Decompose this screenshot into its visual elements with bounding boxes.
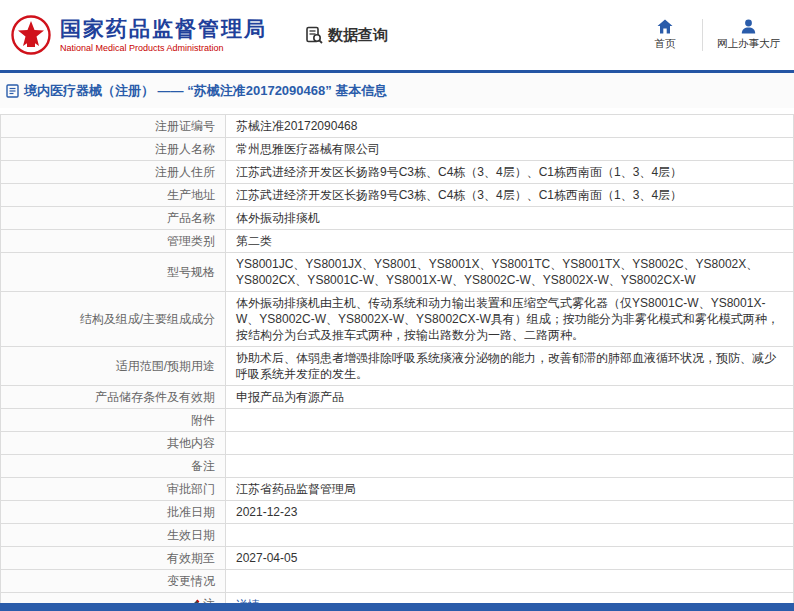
field-label: 注册人住所: [1, 161, 226, 184]
field-value: [226, 524, 794, 547]
field-label: 适用范围/预期用途: [1, 347, 226, 386]
table-row: 注册人名称 常州思雅医疗器械有限公司: [1, 138, 794, 161]
field-value: 常州思雅医疗器械有限公司: [226, 138, 794, 161]
data-query-label: 数据查询: [328, 26, 388, 45]
field-value: 协助术后、体弱患者增强排除呼吸系统痰液分泌物的能力，改善郁滞的肺部血液循环状况，…: [226, 347, 794, 386]
field-value: 2027-04-05: [226, 547, 794, 570]
site-subtitle: National Medical Products Administration: [60, 43, 267, 53]
table-row: 注册证编号 苏械注准20172090468: [1, 115, 794, 138]
field-label: 产品名称: [1, 207, 226, 230]
site-title-block: 国家药品监督管理局 National Medical Products Admi…: [60, 17, 267, 53]
table-row: 产品储存条件及有效期 申报产品为有源产品: [1, 386, 794, 409]
nav-home-label: 首页: [655, 37, 676, 51]
header-right-nav: 首页 网上办事大厅: [642, 19, 780, 51]
page-title: 境内医疗器械（注册） —— “苏械注准20172090468” 基本信息: [24, 82, 387, 100]
field-value: 苏械注准20172090468: [226, 115, 794, 138]
table-row: 有效期至 2027-04-05: [1, 547, 794, 570]
home-icon: [657, 19, 673, 34]
field-label: 审批部门: [1, 478, 226, 501]
field-value: [226, 432, 794, 455]
field-label: 生产地址: [1, 184, 226, 207]
nav-home[interactable]: 首页: [642, 19, 688, 51]
field-label: 变更情况: [1, 570, 226, 593]
field-value: [226, 570, 794, 593]
nmpa-logo-block[interactable]: 国家药品监督管理局 National Medical Products Admi…: [10, 14, 267, 56]
field-label: 生效日期: [1, 524, 226, 547]
field-value: 江苏省药品监督管理局: [226, 478, 794, 501]
nmpa-logo-icon: [10, 14, 52, 56]
breadcrumb: 境内医疗器械（注册） —— “苏械注准20172090468” 基本信息: [0, 73, 794, 108]
field-value: [226, 455, 794, 478]
table-row: 型号规格 YS8001JC、YS8001JX、YS8001、YS8001X、YS…: [1, 253, 794, 292]
field-label: 结构及组成/主要组成成分: [1, 292, 226, 347]
field-label: 产品储存条件及有效期: [1, 386, 226, 409]
table-row: 变更情况: [1, 570, 794, 593]
table-row: 备注: [1, 455, 794, 478]
field-value: 体外振动排痰机由主机、传动系统和动力输出装置和压缩空气式雾化器（仅YS8001C…: [226, 292, 794, 347]
field-label: 备注: [1, 455, 226, 478]
table-row: 批准日期 2021-12-23: [1, 501, 794, 524]
table-row: 产品名称 体外振动排痰机: [1, 207, 794, 230]
field-value: YS8001JC、YS8001JX、YS8001、YS8001X、YS8001T…: [226, 253, 794, 292]
field-value: 江苏武进经济开发区长扬路9号C3栋、C4栋（3、4层）、C1栋西南面（1、3、4…: [226, 184, 794, 207]
field-value: [226, 409, 794, 432]
field-label: 有效期至: [1, 547, 226, 570]
field-value: 第二类: [226, 230, 794, 253]
field-label: 附件: [1, 409, 226, 432]
table-row: 生产地址 江苏武进经济开发区长扬路9号C3栋、C4栋（3、4层）、C1栋西南面（…: [1, 184, 794, 207]
nav-data-query[interactable]: 数据查询: [305, 26, 388, 45]
field-value: 申报产品为有源产品: [226, 386, 794, 409]
nav-service-hall[interactable]: 网上办事大厅: [717, 19, 780, 51]
table-row: 附件: [1, 409, 794, 432]
field-label: 其他内容: [1, 432, 226, 455]
registration-info-table: 注册证编号 苏械注准20172090468 注册人名称 常州思雅医疗器械有限公司…: [0, 114, 794, 611]
site-header: 国家药品监督管理局 National Medical Products Admi…: [0, 0, 794, 70]
table-row: 结构及组成/主要组成成分 体外振动排痰机由主机、传动系统和动力输出装置和压缩空气…: [1, 292, 794, 347]
footer-bar: [0, 603, 794, 611]
field-label: 管理类别: [1, 230, 226, 253]
person-icon: [741, 19, 756, 34]
field-label: 型号规格: [1, 253, 226, 292]
data-query-icon: [305, 26, 323, 44]
table-row: 其他内容: [1, 432, 794, 455]
table-row: 审批部门 江苏省药品监督管理局: [1, 478, 794, 501]
header-divider: [702, 19, 703, 51]
table-row: 管理类别 第二类: [1, 230, 794, 253]
nav-service-hall-label: 网上办事大厅: [717, 37, 780, 51]
field-value: 体外振动排痰机: [226, 207, 794, 230]
table-row: 适用范围/预期用途 协助术后、体弱患者增强排除呼吸系统痰液分泌物的能力，改善郁滞…: [1, 347, 794, 386]
field-value: 江苏武进经济开发区长扬路9号C3栋、C4栋（3、4层）、C1栋西南面（1、3、4…: [226, 161, 794, 184]
site-title: 国家药品监督管理局: [60, 17, 267, 41]
field-label: 注册人名称: [1, 138, 226, 161]
field-value: 2021-12-23: [226, 501, 794, 524]
table-row: 生效日期: [1, 524, 794, 547]
document-icon: [6, 84, 19, 98]
table-row: 注册人住所 江苏武进经济开发区长扬路9号C3栋、C4栋（3、4层）、C1栋西南面…: [1, 161, 794, 184]
field-label: 注册证编号: [1, 115, 226, 138]
field-label: 批准日期: [1, 501, 226, 524]
